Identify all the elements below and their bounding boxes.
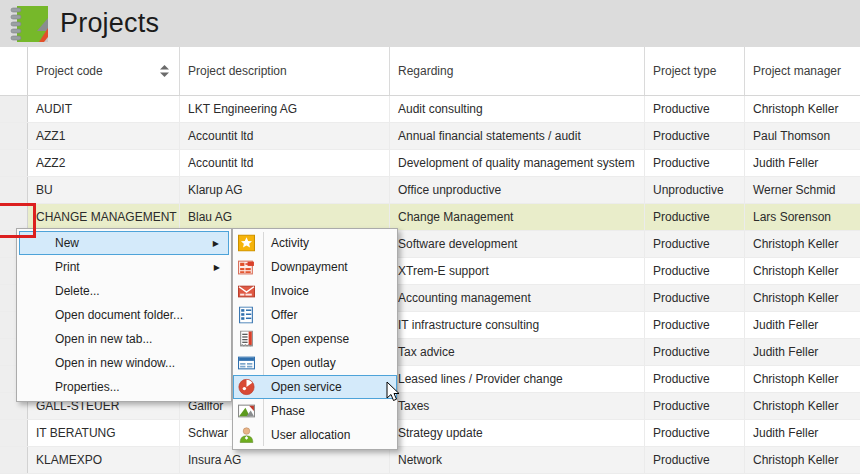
column-header-project-manager[interactable]: Project manager bbox=[745, 47, 860, 95]
cell-regarding: Accounting management bbox=[390, 285, 645, 311]
cell-project-description: Blau AG bbox=[180, 204, 390, 230]
cell-project-description: Accountit ltd bbox=[180, 123, 390, 149]
cell-regarding: Tax advice bbox=[390, 339, 645, 365]
cell-project-type: Productive bbox=[645, 312, 745, 338]
cell-project-manager: Judith Feller bbox=[745, 339, 860, 365]
submenu-item-invoice[interactable]: Invoice bbox=[233, 279, 397, 303]
notebook-icon bbox=[8, 4, 52, 44]
menu-item-open-in-new-window[interactable]: Open in new window... bbox=[19, 351, 229, 375]
column-header-label: Project description bbox=[188, 64, 287, 78]
cell-project-manager: Werner Schmid bbox=[745, 177, 860, 203]
context-menu: New ▶ Print ▶ Delete... Open document fo… bbox=[16, 228, 232, 402]
menu-item-properties[interactable]: Properties... bbox=[19, 375, 229, 399]
table-header-row: Project code Project description Regardi… bbox=[0, 47, 860, 96]
cell-regarding: IT infrastructure consulting bbox=[390, 312, 645, 338]
cell-project-type: Productive bbox=[645, 123, 745, 149]
submenu-item-downpayment[interactable]: Downpayment bbox=[233, 255, 397, 279]
cell-project-code: BU bbox=[28, 177, 180, 203]
header-gutter bbox=[0, 47, 28, 95]
submenu-item-label: Open expense bbox=[271, 332, 349, 346]
submenu-item-label: User allocation bbox=[271, 428, 350, 442]
row-selector[interactable] bbox=[0, 96, 28, 122]
row-selector[interactable] bbox=[0, 150, 28, 176]
cell-regarding: Taxes bbox=[390, 393, 645, 419]
table-row[interactable]: AUDIT LKT Engineering AG Audit consultin… bbox=[0, 96, 860, 123]
cell-regarding: Development of quality management system bbox=[390, 150, 645, 176]
table-row[interactable]: KLAMEXPO Insura AG Network Productive Ch… bbox=[0, 447, 860, 474]
cell-project-type: Unproductive bbox=[645, 177, 745, 203]
submenu-item-label: Open service bbox=[271, 380, 342, 394]
cell-project-type: Productive bbox=[645, 150, 745, 176]
cell-project-manager: Judith Feller bbox=[745, 420, 860, 446]
submenu-item-phase[interactable]: Phase bbox=[233, 399, 397, 423]
downpayment-icon bbox=[238, 259, 255, 276]
submenu-arrow-icon: ▶ bbox=[213, 239, 219, 248]
cell-project-manager: Lars Sorenson bbox=[745, 204, 860, 230]
submenu-item-open-service[interactable]: Open service bbox=[233, 375, 397, 399]
offer-icon bbox=[238, 307, 255, 324]
column-header-regarding[interactable]: Regarding bbox=[390, 47, 645, 95]
menu-item-label: Print bbox=[55, 260, 80, 274]
cell-project-type: Productive bbox=[645, 285, 745, 311]
cell-project-code: AZZ1 bbox=[28, 123, 180, 149]
column-header-project-description[interactable]: Project description bbox=[180, 47, 390, 95]
cell-project-manager: Christoph Keller bbox=[745, 285, 860, 311]
cell-regarding: Annual financial statements / audit bbox=[390, 123, 645, 149]
row-selector[interactable] bbox=[0, 177, 28, 203]
menu-item-delete[interactable]: Delete... bbox=[19, 279, 229, 303]
row-selector[interactable] bbox=[0, 123, 28, 149]
table-row[interactable]: AZZ1 Accountit ltd Annual financial stat… bbox=[0, 123, 860, 150]
row-selector[interactable] bbox=[0, 447, 28, 473]
submenu-item-label: Offer bbox=[271, 308, 297, 322]
submenu-item-label: Open outlay bbox=[271, 356, 336, 370]
menu-item-open-in-new-tab[interactable]: Open in new tab... bbox=[19, 327, 229, 351]
column-header-label: Project type bbox=[653, 64, 716, 78]
cell-project-manager: Christoph Keller bbox=[745, 366, 860, 392]
sort-updown-icon[interactable] bbox=[160, 65, 169, 77]
cell-regarding: XTrem-E support bbox=[390, 258, 645, 284]
cell-project-manager: Christoph Keller bbox=[745, 447, 860, 473]
table-row[interactable]: IT BERATUNG Schwar Strategy update Produ… bbox=[0, 420, 860, 447]
cell-regarding: Leased lines / Provider change bbox=[390, 366, 645, 392]
menu-item-new[interactable]: New ▶ bbox=[19, 231, 229, 255]
cell-project-manager: Judith Feller bbox=[745, 150, 860, 176]
cell-project-description: LKT Engineering AG bbox=[180, 96, 390, 122]
submenu-item-user-allocation[interactable]: User allocation bbox=[233, 423, 397, 447]
cell-regarding: Software development bbox=[390, 231, 645, 257]
submenu-item-open-expense[interactable]: Open expense bbox=[233, 327, 397, 351]
cell-project-type: Productive bbox=[645, 204, 745, 230]
phase-icon bbox=[238, 403, 255, 420]
column-header-label: Project code bbox=[36, 64, 103, 78]
cell-project-manager: Christoph Keller bbox=[745, 96, 860, 122]
submenu-item-offer[interactable]: Offer bbox=[233, 303, 397, 327]
cell-project-type: Productive bbox=[645, 231, 745, 257]
menu-item-label: Open document folder... bbox=[55, 308, 183, 322]
table-row[interactable]: AZZ2 Accountit ltd Development of qualit… bbox=[0, 150, 860, 177]
submenu-item-label: Downpayment bbox=[271, 260, 348, 274]
cell-project-type: Productive bbox=[645, 258, 745, 284]
submenu-item-label: Phase bbox=[271, 404, 305, 418]
column-header-label: Regarding bbox=[398, 64, 453, 78]
menu-item-print[interactable]: Print ▶ bbox=[19, 255, 229, 279]
menu-item-label: Open in new tab... bbox=[55, 332, 152, 346]
cell-project-code: IT BERATUNG bbox=[28, 420, 180, 446]
cell-project-code: CHANGE MANAGEMENT bbox=[28, 204, 180, 230]
column-header-project-code[interactable]: Project code bbox=[28, 47, 180, 95]
invoice-icon bbox=[238, 283, 255, 300]
new-submenu: Activity Downpayment Invoice bbox=[232, 228, 398, 450]
cell-project-manager: Paul Thomson bbox=[745, 123, 860, 149]
cell-project-type: Productive bbox=[645, 366, 745, 392]
cell-regarding: Office unproductive bbox=[390, 177, 645, 203]
menu-item-open-document-folder[interactable]: Open document folder... bbox=[19, 303, 229, 327]
cell-project-manager: Christoph Keller bbox=[745, 393, 860, 419]
column-header-project-type[interactable]: Project type bbox=[645, 47, 745, 95]
row-selector[interactable] bbox=[0, 420, 28, 446]
cell-regarding: Change Management bbox=[390, 204, 645, 230]
submenu-item-activity[interactable]: Activity bbox=[233, 231, 397, 255]
annotation-red-box bbox=[0, 203, 36, 238]
submenu-item-open-outlay[interactable]: Open outlay bbox=[233, 351, 397, 375]
table-row[interactable]: CHANGE MANAGEMENT Blau AG Change Managem… bbox=[0, 204, 860, 231]
open-outlay-icon bbox=[238, 355, 255, 372]
table-row[interactable]: BU Klarup AG Office unproductive Unprodu… bbox=[0, 177, 860, 204]
cell-project-code: AUDIT bbox=[28, 96, 180, 122]
